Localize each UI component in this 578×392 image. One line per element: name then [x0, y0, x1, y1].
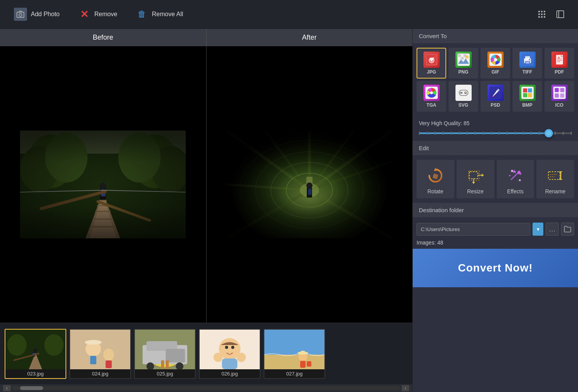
thumbnail-023[interactable]: 023.jpg: [5, 329, 66, 379]
svg-point-100: [433, 57, 434, 59]
view-toggle: [533, 6, 569, 23]
svg-rect-140: [528, 88, 532, 92]
svg-point-83: [225, 346, 228, 349]
svg-point-59: [34, 348, 37, 352]
format-ico-button[interactable]: ICO: [544, 81, 574, 112]
thumbnail-025[interactable]: 025.jpg: [134, 329, 196, 379]
thumb-label-026: 026.jpg: [200, 369, 260, 378]
destination-section: ▾ … Images: 48: [413, 219, 578, 249]
add-photo-button[interactable]: Add Photo: [6, 4, 67, 25]
svg-rect-67: [89, 340, 97, 344]
add-photo-label: Add Photo: [31, 11, 60, 18]
svg-point-111: [494, 58, 497, 62]
destination-dropdown-button[interactable]: ▾: [533, 223, 543, 236]
rename-button[interactable]: Rename: [536, 160, 574, 198]
svg-rect-28: [101, 189, 106, 196]
svg-rect-163: [548, 172, 560, 179]
svg-rect-10: [544, 16, 545, 18]
svg-rect-68: [90, 356, 96, 364]
svg-icon: [455, 85, 472, 101]
scroll-left-arrow[interactable]: ‹: [3, 385, 11, 391]
format-tga-button[interactable]: TGA: [417, 81, 446, 112]
destination-path-input[interactable]: [417, 223, 530, 236]
quality-section: Very High Quality: 85: [413, 116, 578, 141]
slider-fill: [419, 132, 549, 134]
scroll-track[interactable]: [12, 386, 400, 390]
format-png-button[interactable]: PNG: [449, 48, 478, 79]
svg-point-84: [231, 346, 234, 349]
svg-point-16: [20, 146, 59, 192]
thumbnail-026[interactable]: 026.jpg: [199, 329, 260, 379]
thumb-label-025: 025.jpg: [135, 369, 195, 378]
svg-rect-54: [227, 131, 392, 238]
format-gif-button[interactable]: GIF: [481, 48, 510, 79]
jpg-label: JPG: [427, 69, 436, 75]
svg-point-127: [430, 91, 433, 94]
svg-point-17: [45, 132, 87, 183]
effects-button[interactable]: Effects: [497, 160, 534, 198]
convert-now-button[interactable]: Convert Now!: [413, 249, 578, 287]
svg-rect-139: [523, 88, 527, 92]
effects-icon: [506, 166, 525, 185]
grid-view-button[interactable]: [533, 6, 550, 23]
svg-rect-149: [433, 174, 439, 179]
svg-point-118: [529, 59, 530, 60]
rename-icon: [546, 166, 565, 185]
svg-rect-145: [560, 88, 564, 92]
remove-button[interactable]: ✕ Remove: [71, 4, 125, 24]
format-jpg-button[interactable]: JPG: [417, 48, 446, 79]
single-view-button[interactable]: [552, 6, 569, 23]
svg-point-48: [286, 173, 333, 207]
svg-rect-106: [458, 57, 460, 60]
rotate-button[interactable]: Rotate: [417, 160, 454, 198]
svg-line-32: [103, 190, 186, 192]
svg-line-44: [227, 184, 309, 190]
thumbnail-strip: 023.jpg: [0, 323, 412, 384]
svg-point-86: [237, 353, 246, 362]
svg-line-40: [309, 131, 392, 190]
svg-rect-33: [20, 131, 186, 238]
format-pdf-button[interactable]: A PDF: [544, 48, 574, 79]
thumb-img-023: [5, 330, 66, 369]
svg-label: SVG: [459, 102, 468, 108]
psd-icon: [487, 85, 504, 101]
remove-all-icon: 🗑: [136, 8, 148, 20]
scroll-right-arrow[interactable]: ›: [402, 385, 409, 391]
dest-input-row: ▾ …: [413, 219, 578, 240]
svg-rect-4: [544, 11, 545, 12]
svg-point-108: [465, 55, 469, 59]
svg-rect-13: [20, 131, 186, 238]
format-tiff-button[interactable]: TIFF: [512, 48, 542, 79]
effects-label: Effects: [507, 188, 524, 194]
thumbnail-027[interactable]: 027.jpg: [264, 329, 325, 379]
svg-point-15: [28, 134, 74, 188]
svg-point-47: [271, 162, 348, 218]
svg-point-49: [300, 183, 319, 197]
preview-headers: Before After: [0, 29, 412, 46]
svg-marker-152: [482, 174, 484, 177]
svg-rect-99: [430, 58, 433, 60]
format-psd-button[interactable]: PSD: [481, 81, 510, 112]
destination-browse-button[interactable]: …: [546, 223, 559, 236]
svg-point-161: [520, 173, 521, 175]
thumb-label-024: 024.jpg: [70, 369, 130, 378]
destination-header: Destination folder: [413, 203, 578, 217]
resize-button[interactable]: Resize: [457, 160, 494, 198]
thumbnail-024[interactable]: 024.jpg: [69, 329, 131, 379]
tga-label: TGA: [427, 102, 436, 108]
svg-line-39: [309, 131, 354, 190]
svg-point-52: [306, 183, 313, 189]
add-photo-icon: [14, 8, 27, 21]
destination-folder-button[interactable]: [561, 223, 574, 236]
svg-point-19: [151, 146, 186, 192]
quality-slider-thumb[interactable]: [544, 129, 553, 137]
scroll-thumb[interactable]: [20, 386, 43, 390]
remove-all-button[interactable]: 🗑 Remove All: [128, 4, 191, 24]
svg-point-56: [7, 334, 27, 356]
thumb-img-027: [264, 330, 324, 369]
format-svg-button[interactable]: SVG: [449, 81, 478, 112]
svg-rect-26: [100, 188, 106, 200]
format-bmp-button[interactable]: BMP: [512, 81, 542, 112]
scroll-strip: ‹ ›: [0, 384, 412, 392]
svg-point-27: [99, 183, 106, 189]
